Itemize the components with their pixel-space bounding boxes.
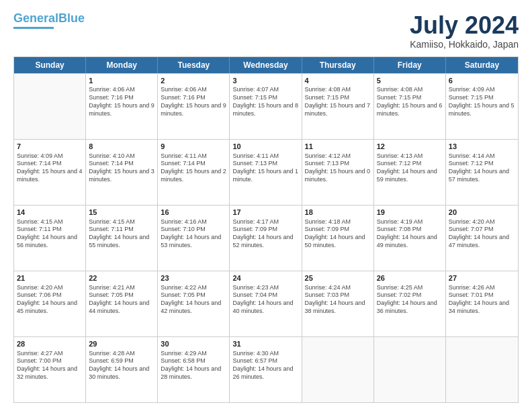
title-block: July 2024 Kamiiso, Hokkaido, Japan: [410, 12, 519, 50]
calendar-header: SundayMondayTuesdayWednesdayThursdayFrid…: [14, 57, 518, 73]
day-14: 14Sunrise: 4:15 AMSunset: 7:11 PMDayligh…: [14, 205, 86, 271]
day-detail: Sunrise: 4:13 AMSunset: 7:12 PMDaylight:…: [377, 152, 443, 184]
day-27: 27Sunrise: 4:26 AMSunset: 7:01 PMDayligh…: [446, 271, 518, 336]
day-empty: [302, 337, 374, 402]
day-detail: Sunrise: 4:25 AMSunset: 7:02 PMDaylight:…: [377, 284, 443, 316]
day-16: 16Sunrise: 4:16 AMSunset: 7:10 PMDayligh…: [158, 205, 230, 271]
day-15: 15Sunrise: 4:15 AMSunset: 7:11 PMDayligh…: [86, 205, 158, 271]
header: GeneralBlue July 2024 Kamiiso, Hokkaido,…: [13, 12, 519, 50]
day-26: 26Sunrise: 4:25 AMSunset: 7:02 PMDayligh…: [374, 271, 446, 336]
day-30: 30Sunrise: 4:29 AMSunset: 6:58 PMDayligh…: [158, 337, 230, 402]
header-day-saturday: Saturday: [446, 57, 518, 73]
day-29: 29Sunrise: 4:28 AMSunset: 6:59 PMDayligh…: [86, 337, 158, 402]
day-number: 18: [305, 208, 371, 218]
day-detail: Sunrise: 4:22 AMSunset: 7:05 PMDaylight:…: [161, 284, 226, 316]
day-detail: Sunrise: 4:12 AMSunset: 7:13 PMDaylight:…: [305, 152, 371, 184]
title-location: Kamiiso, Hokkaido, Japan: [410, 39, 519, 50]
day-6: 6Sunrise: 4:09 AMSunset: 7:15 PMDaylight…: [446, 74, 518, 139]
day-21: 21Sunrise: 4:20 AMSunset: 7:06 PMDayligh…: [14, 271, 86, 336]
day-number: 22: [89, 273, 154, 283]
day-number: 27: [449, 273, 515, 283]
day-number: 10: [232, 142, 298, 152]
day-detail: Sunrise: 4:16 AMSunset: 7:10 PMDaylight:…: [161, 218, 226, 250]
logo-underline: [13, 27, 54, 29]
day-13: 13Sunrise: 4:14 AMSunset: 7:12 PMDayligh…: [446, 140, 518, 205]
week-5: 28Sunrise: 4:27 AMSunset: 7:00 PMDayligh…: [14, 336, 518, 402]
day-28: 28Sunrise: 4:27 AMSunset: 7:00 PMDayligh…: [14, 337, 86, 402]
day-number: 28: [17, 339, 83, 349]
day-number: 30: [161, 339, 226, 349]
day-detail: Sunrise: 4:19 AMSunset: 7:08 PMDaylight:…: [377, 218, 443, 250]
day-detail: Sunrise: 4:11 AMSunset: 7:14 PMDaylight:…: [161, 152, 226, 184]
day-detail: Sunrise: 4:23 AMSunset: 7:04 PMDaylight:…: [232, 284, 298, 316]
day-detail: Sunrise: 4:10 AMSunset: 7:14 PMDaylight:…: [89, 152, 154, 184]
day-number: 17: [232, 208, 298, 218]
day-9: 9Sunrise: 4:11 AMSunset: 7:14 PMDaylight…: [158, 140, 230, 205]
day-number: 23: [161, 273, 226, 283]
day-25: 25Sunrise: 4:24 AMSunset: 7:03 PMDayligh…: [302, 271, 374, 336]
header-day-wednesday: Wednesday: [230, 57, 302, 73]
day-10: 10Sunrise: 4:11 AMSunset: 7:13 PMDayligh…: [230, 140, 302, 205]
day-number: 9: [161, 142, 226, 152]
day-number: 21: [17, 273, 83, 283]
day-detail: Sunrise: 4:08 AMSunset: 7:15 PMDaylight:…: [377, 86, 443, 118]
calendar-body: 1Sunrise: 4:06 AMSunset: 7:16 PMDaylight…: [14, 73, 518, 402]
day-number: 24: [232, 273, 298, 283]
logo: GeneralBlue: [13, 12, 85, 29]
day-23: 23Sunrise: 4:22 AMSunset: 7:05 PMDayligh…: [158, 271, 230, 336]
day-number: 5: [377, 76, 443, 86]
day-22: 22Sunrise: 4:21 AMSunset: 7:05 PMDayligh…: [86, 271, 158, 336]
day-empty: [374, 337, 446, 402]
day-number: 8: [89, 142, 154, 152]
day-detail: Sunrise: 4:20 AMSunset: 7:06 PMDaylight:…: [17, 284, 83, 316]
day-number: 26: [377, 273, 443, 283]
day-detail: Sunrise: 4:30 AMSunset: 6:57 PMDaylight:…: [232, 350, 298, 381]
day-24: 24Sunrise: 4:23 AMSunset: 7:04 PMDayligh…: [230, 271, 302, 336]
day-detail: Sunrise: 4:11 AMSunset: 7:13 PMDaylight:…: [232, 152, 298, 184]
day-detail: Sunrise: 4:07 AMSunset: 7:15 PMDaylight:…: [232, 86, 298, 118]
day-number: 6: [449, 76, 515, 86]
day-detail: Sunrise: 4:09 AMSunset: 7:14 PMDaylight:…: [17, 152, 83, 184]
header-day-thursday: Thursday: [302, 57, 374, 73]
day-7: 7Sunrise: 4:09 AMSunset: 7:14 PMDaylight…: [14, 140, 86, 205]
day-number: 15: [89, 208, 154, 218]
day-19: 19Sunrise: 4:19 AMSunset: 7:08 PMDayligh…: [374, 205, 446, 271]
day-11: 11Sunrise: 4:12 AMSunset: 7:13 PMDayligh…: [302, 140, 374, 205]
calendar: SundayMondayTuesdayWednesdayThursdayFrid…: [13, 56, 519, 403]
day-12: 12Sunrise: 4:13 AMSunset: 7:12 PMDayligh…: [374, 140, 446, 205]
day-3: 3Sunrise: 4:07 AMSunset: 7:15 PMDaylight…: [230, 74, 302, 139]
week-3: 14Sunrise: 4:15 AMSunset: 7:11 PMDayligh…: [14, 205, 518, 271]
day-detail: Sunrise: 4:09 AMSunset: 7:15 PMDaylight:…: [449, 86, 515, 118]
logo-blue: Blue: [58, 11, 85, 25]
day-number: 29: [89, 339, 154, 349]
day-detail: Sunrise: 4:18 AMSunset: 7:09 PMDaylight:…: [305, 218, 371, 250]
day-detail: Sunrise: 4:26 AMSunset: 7:01 PMDaylight:…: [449, 284, 515, 316]
day-detail: Sunrise: 4:28 AMSunset: 6:59 PMDaylight:…: [89, 350, 154, 381]
day-number: 4: [305, 76, 371, 86]
day-detail: Sunrise: 4:24 AMSunset: 7:03 PMDaylight:…: [305, 284, 371, 316]
day-number: 19: [377, 208, 443, 218]
day-detail: Sunrise: 4:27 AMSunset: 7:00 PMDaylight:…: [17, 350, 83, 381]
day-number: 16: [161, 208, 226, 218]
header-day-tuesday: Tuesday: [158, 57, 230, 73]
day-31: 31Sunrise: 4:30 AMSunset: 6:57 PMDayligh…: [230, 337, 302, 402]
day-1: 1Sunrise: 4:06 AMSunset: 7:16 PMDaylight…: [86, 74, 158, 139]
header-day-monday: Monday: [86, 57, 158, 73]
page: GeneralBlue July 2024 Kamiiso, Hokkaido,…: [0, 0, 532, 411]
header-day-sunday: Sunday: [14, 57, 86, 73]
day-detail: Sunrise: 4:06 AMSunset: 7:16 PMDaylight:…: [89, 86, 154, 118]
day-detail: Sunrise: 4:20 AMSunset: 7:07 PMDaylight:…: [449, 218, 515, 250]
day-empty: [446, 337, 518, 402]
title-month: July 2024: [410, 12, 519, 39]
day-empty: [14, 74, 86, 139]
day-detail: Sunrise: 4:06 AMSunset: 7:16 PMDaylight:…: [161, 86, 226, 118]
day-4: 4Sunrise: 4:08 AMSunset: 7:15 PMDaylight…: [302, 74, 374, 139]
day-number: 25: [305, 273, 371, 283]
day-detail: Sunrise: 4:15 AMSunset: 7:11 PMDaylight:…: [17, 218, 83, 250]
day-number: 31: [232, 339, 298, 349]
day-detail: Sunrise: 4:15 AMSunset: 7:11 PMDaylight:…: [89, 218, 154, 250]
day-20: 20Sunrise: 4:20 AMSunset: 7:07 PMDayligh…: [446, 205, 518, 271]
day-18: 18Sunrise: 4:18 AMSunset: 7:09 PMDayligh…: [302, 205, 374, 271]
day-number: 20: [449, 208, 515, 218]
day-number: 7: [17, 142, 83, 152]
